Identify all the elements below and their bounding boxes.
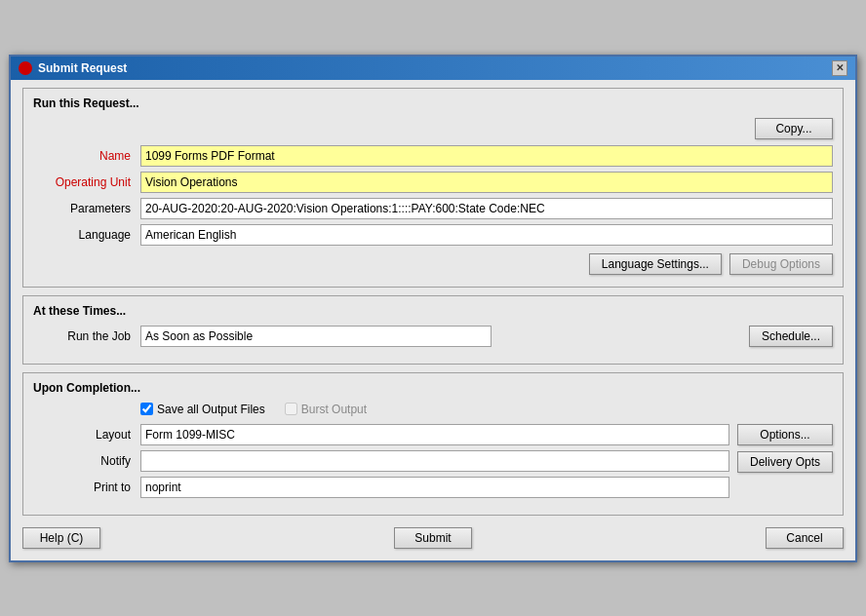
run-request-section: Run this Request... Copy... Name Operati… (22, 88, 844, 288)
dialog-title: Submit Request (38, 61, 127, 75)
delivery-opts-button[interactable]: Delivery Opts (737, 451, 833, 473)
run-job-label: Run the Job (33, 329, 140, 343)
language-row: Language (33, 224, 833, 246)
completion-fields-row: Layout Notify Print to (33, 424, 833, 503)
save-output-label: Save all Output Files (157, 403, 265, 416)
submit-button[interactable]: Submit (394, 527, 472, 549)
parameters-label: Parameters (33, 202, 140, 215)
layout-label: Layout (33, 428, 140, 442)
print-to-input[interactable] (140, 477, 729, 498)
name-input[interactable] (140, 145, 833, 167)
completion-title: Upon Completion... (33, 381, 833, 395)
burst-output-label: Burst Output (301, 403, 367, 416)
parameters-input[interactable] (140, 198, 833, 219)
debug-options-button[interactable]: Debug Options (729, 253, 833, 275)
options-button[interactable]: Options... (737, 424, 833, 445)
burst-output-checkbox-label[interactable]: Burst Output (285, 403, 367, 416)
layout-input[interactable] (140, 424, 729, 445)
at-times-title: At these Times... (33, 304, 833, 318)
name-label: Name (33, 149, 140, 163)
cancel-button[interactable]: Cancel (766, 527, 844, 549)
submit-request-dialog: Submit Request ✕ Run this Request... Cop… (9, 55, 857, 562)
language-settings-button[interactable]: Language Settings... (589, 253, 722, 275)
copy-button[interactable]: Copy... (755, 118, 833, 139)
bottom-center: Submit (100, 527, 766, 549)
language-input[interactable] (140, 224, 833, 246)
layout-row: Layout (33, 424, 729, 445)
print-to-row: Print to (33, 477, 729, 498)
save-output-checkbox[interactable] (140, 403, 153, 415)
title-icon (19, 61, 32, 75)
run-job-input[interactable] (140, 326, 492, 347)
schedule-button[interactable]: Schedule... (749, 326, 833, 347)
notify-input[interactable] (140, 450, 729, 472)
close-button[interactable]: ✕ (832, 60, 847, 76)
run-job-row: Run the Job Schedule... (33, 326, 833, 347)
notify-label: Notify (33, 454, 140, 468)
save-output-checkbox-label[interactable]: Save all Output Files (140, 403, 265, 416)
help-button[interactable]: Help (C) (22, 527, 100, 549)
completion-section: Upon Completion... Save all Output Files… (22, 372, 844, 516)
run-section-title: Run this Request... (33, 96, 833, 110)
operating-unit-label: Operating Unit (33, 175, 140, 189)
operating-unit-input[interactable] (140, 172, 833, 193)
operating-unit-row: Operating Unit (33, 172, 833, 193)
checkbox-row: Save all Output Files Burst Output (140, 403, 833, 416)
language-label: Language (33, 228, 140, 242)
language-buttons-row: Language Settings... Debug Options (33, 253, 833, 275)
form-fields-area: Layout Notify Print to (33, 424, 729, 503)
burst-output-checkbox[interactable] (285, 403, 297, 415)
copy-row: Copy... (33, 118, 833, 139)
print-to-label: Print to (33, 481, 140, 494)
dialog-body: Run this Request... Copy... Name Operati… (11, 80, 855, 560)
title-bar: Submit Request ✕ (11, 57, 855, 80)
name-row: Name (33, 145, 833, 167)
parameters-row: Parameters (33, 198, 833, 219)
completion-right-buttons: Options... Delivery Opts (737, 424, 833, 473)
at-times-section: At these Times... Run the Job Schedule..… (22, 295, 844, 365)
footer-buttons: Help (C) Submit Cancel (22, 523, 844, 549)
notify-row: Notify (33, 450, 729, 472)
